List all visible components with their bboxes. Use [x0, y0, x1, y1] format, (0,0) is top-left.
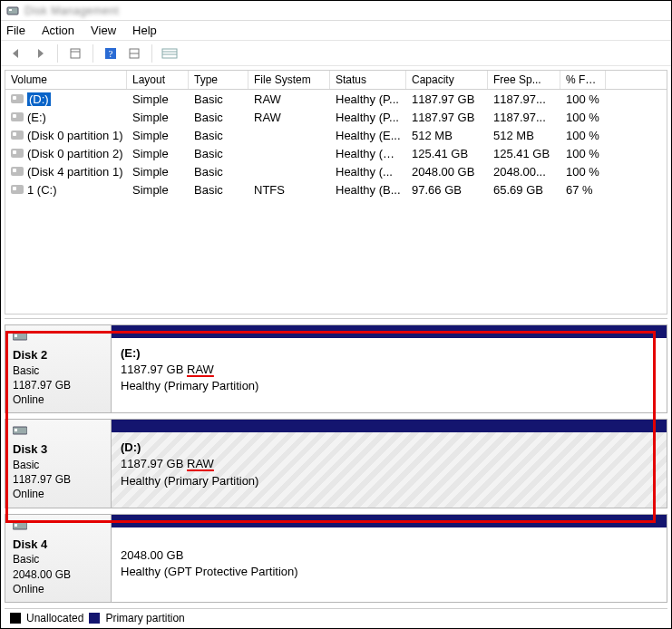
cell-capacity: 97.66 GB — [406, 183, 488, 197]
disk-icon — [13, 331, 103, 345]
partition-body[interactable]: 2048.00 GBHealthy (GPT Protective Partit… — [112, 527, 667, 602]
cell-freespace: 1187.97... — [488, 111, 560, 124]
menu-action[interactable]: Action — [42, 24, 74, 37]
drive-icon — [11, 167, 24, 176]
detail-view-button[interactable] — [160, 44, 180, 63]
help-button[interactable]: ? — [101, 44, 121, 63]
partition-body[interactable]: (E:)1187.97 GB RAWHealthy (Primary Parti… — [112, 338, 667, 412]
volume-row[interactable]: (Disk 0 partition 1)SimpleBasicHealthy (… — [5, 126, 667, 144]
titlebar: Disk Management — [1, 1, 671, 21]
cell-type: Basic — [189, 111, 248, 124]
cell-layout: Simple — [127, 92, 189, 106]
col-capacity[interactable]: Capacity — [406, 71, 488, 89]
cell-layout: Simple — [127, 129, 189, 142]
partition-body[interactable]: (D:)1187.97 GB RAWHealthy (Primary Parti… — [112, 432, 667, 507]
legend: Unallocated Primary partition — [5, 608, 667, 626]
cell-capacity: 512 MB — [406, 129, 488, 142]
partition-header-bar — [112, 515, 667, 527]
disk-info[interactable]: Disk 3Basic1187.97 GBOnline — [5, 419, 112, 508]
disk-partition[interactable]: 2048.00 GBHealthy (GPT Protective Partit… — [112, 514, 667, 603]
cell-pctfree: 67 % — [560, 183, 606, 197]
col-filesystem[interactable]: File System — [248, 71, 330, 89]
svg-rect-2 — [71, 49, 80, 58]
svg-rect-16 — [15, 524, 17, 527]
legend-label-primary: Primary partition — [105, 612, 184, 624]
volume-row[interactable]: (D:)SimpleBasicRAWHealthy (P...1187.97 G… — [5, 90, 667, 108]
cell-type: Basic — [189, 183, 248, 197]
svg-rect-1 — [9, 9, 12, 11]
cell-filesystem: NTFS — [248, 183, 330, 197]
disk-icon — [13, 425, 103, 440]
cell-pctfree: 100 % — [560, 147, 606, 160]
disk-name: Disk 2 — [13, 347, 103, 363]
toolbar-separator — [93, 44, 93, 63]
cell-capacity: 2048.00 GB — [406, 165, 488, 179]
volume-row[interactable]: (E:)SimpleBasicRAWHealthy (P...1187.97 G… — [5, 108, 667, 126]
volume-list-header[interactable]: Volume Layout Type File System Status Ca… — [5, 71, 667, 90]
legend-swatch-unallocated — [10, 613, 21, 624]
cell-capacity: 1187.97 GB — [406, 111, 488, 124]
disk-row[interactable]: Disk 3Basic1187.97 GBOnline(D:)1187.97 G… — [5, 419, 667, 508]
disk-info[interactable]: Disk 4Basic2048.00 GBOnline — [5, 514, 112, 603]
cell-pctfree: 100 % — [560, 165, 606, 179]
volume-row[interactable]: 1 (C:)SimpleBasicNTFSHealthy (B...97.66 … — [5, 180, 667, 198]
col-type[interactable]: Type — [189, 71, 248, 89]
menu-help[interactable]: Help — [132, 24, 157, 37]
disk-icon — [13, 520, 103, 535]
list-view-button[interactable] — [124, 44, 144, 63]
cell-filesystem: RAW — [248, 92, 330, 106]
disk-row[interactable]: Disk 2Basic1187.97 GBOnline(E:)1187.97 G… — [5, 324, 667, 413]
cell-filesystem: RAW — [248, 111, 330, 124]
partition-status: Healthy (Primary Partition) — [121, 473, 657, 489]
disk-state: Online — [13, 582, 103, 596]
volume-name: (D:) — [27, 92, 51, 106]
disk-partition[interactable]: (E:)1187.97 GB RAWHealthy (Primary Parti… — [112, 324, 667, 413]
menu-view[interactable]: View — [91, 24, 116, 37]
svg-text:?: ? — [109, 48, 113, 59]
toolbar-separator — [151, 44, 152, 63]
disk-type: Basic — [13, 552, 103, 566]
partition-header-bar — [112, 325, 667, 338]
cell-status: Healthy (B... — [330, 183, 406, 197]
disk-info[interactable]: Disk 2Basic1187.97 GBOnline — [5, 324, 112, 413]
volume-name: (Disk 0 partition 1) — [27, 129, 122, 142]
disk-partition[interactable]: (D:)1187.97 GB RAWHealthy (Primary Parti… — [112, 419, 667, 508]
disk-type: Basic — [13, 363, 103, 378]
cell-pctfree: 100 % — [560, 92, 606, 106]
disk-state: Online — [13, 392, 103, 407]
col-layout[interactable]: Layout — [127, 71, 189, 89]
col-volume[interactable]: Volume — [5, 71, 127, 89]
volume-row[interactable]: (Disk 0 partition 2)SimpleBasicHealthy (… — [5, 144, 667, 162]
cell-capacity: 125.41 GB — [406, 147, 488, 160]
cell-status: Healthy (P... — [330, 92, 406, 106]
svg-rect-0 — [7, 7, 18, 15]
volume-row[interactable]: (Disk 4 partition 1)SimpleBasicHealthy (… — [5, 162, 667, 180]
cell-status: Healthy (E... — [330, 129, 406, 142]
cell-type: Basic — [189, 92, 248, 106]
volume-name: (E:) — [27, 111, 46, 124]
drive-icon — [11, 185, 24, 194]
col-pctfree[interactable]: % Free — [560, 71, 606, 89]
cell-pctfree: 100 % — [560, 111, 606, 124]
partition-header-bar — [112, 420, 667, 432]
col-status[interactable]: Status — [330, 71, 406, 89]
cell-type: Basic — [189, 129, 248, 142]
cell-status: Healthy (P... — [330, 111, 406, 124]
menubar: File Action View Help — [1, 21, 671, 41]
forward-button[interactable] — [30, 44, 50, 63]
volume-name: (Disk 4 partition 1) — [27, 165, 122, 179]
volume-list[interactable]: Volume Layout Type File System Status Ca… — [5, 70, 667, 314]
window-title: Disk Management — [24, 5, 119, 17]
disk-size: 2048.00 GB — [13, 567, 103, 582]
disk-size: 1187.97 GB — [13, 472, 103, 487]
menu-file[interactable]: File — [6, 24, 25, 37]
back-button[interactable] — [6, 44, 26, 63]
cell-freespace: 1187.97... — [488, 92, 560, 106]
app-icon — [6, 5, 19, 17]
partition-size: 1187.97 GB RAW — [121, 362, 657, 378]
properties-button[interactable] — [65, 44, 85, 63]
col-freespace[interactable]: Free Sp... — [488, 71, 560, 89]
disk-row[interactable]: Disk 4Basic2048.00 GBOnline2048.00 GBHea… — [5, 514, 667, 603]
partition-size: 2048.00 GB — [121, 547, 657, 564]
toolbar-separator — [57, 44, 58, 63]
